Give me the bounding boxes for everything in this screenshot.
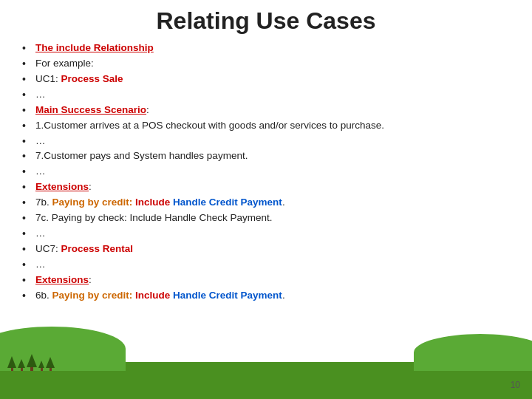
slide-title: Relating Use Cases	[15, 7, 517, 35]
list-item: UC1: Process Sale	[22, 72, 517, 87]
list-item: …	[22, 134, 517, 149]
list-item: 7c. Paying by check: Include Handle Chec…	[22, 211, 517, 226]
list-item: 7.Customer pays and System handles payme…	[22, 149, 517, 164]
list-item: Extensions:	[22, 273, 517, 288]
page-number: 10	[511, 380, 520, 390]
list-item: 6b. Paying by credit: Include Handle Cre…	[22, 288, 517, 304]
slide-content: Relating Use Cases The include Relations…	[0, 0, 532, 311]
list-item: Extensions:	[22, 180, 517, 195]
tree-decoration	[7, 354, 55, 371]
list-item: The include Relationship	[22, 41, 517, 56]
list-item: 7b. Paying by credit: Include Handle Cre…	[22, 195, 517, 211]
list-item: …	[22, 164, 517, 180]
list-item: Main Success Scenario:	[22, 103, 517, 118]
bullet-list: The include RelationshipFor example:UC1:…	[15, 41, 517, 304]
list-item: …	[22, 226, 517, 242]
list-item: For example:	[22, 56, 517, 72]
list-item: …	[22, 87, 517, 103]
hill-right	[414, 334, 532, 371]
list-item: UC7: Process Rental	[22, 242, 517, 257]
list-item: …	[22, 257, 517, 273]
list-item: 1.Customer arrives at a POS checkout wit…	[22, 118, 517, 134]
